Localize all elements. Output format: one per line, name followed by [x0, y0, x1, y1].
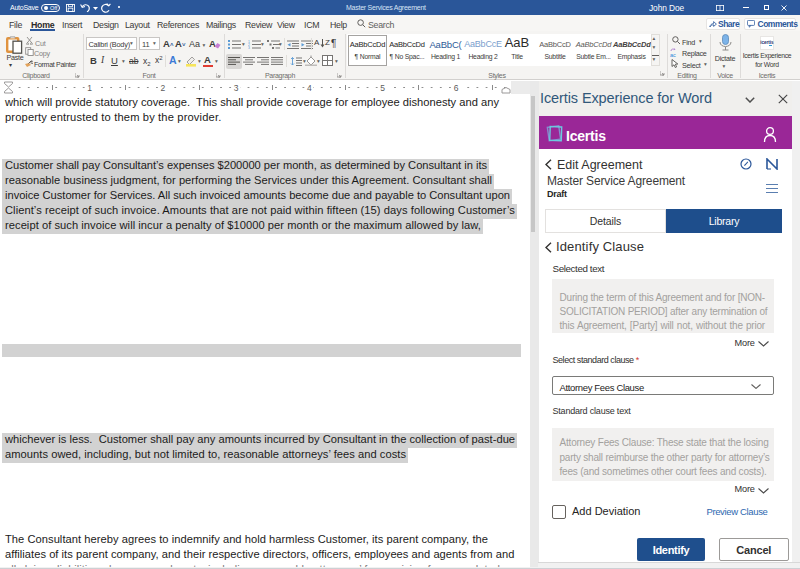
- svg-text:3: 3: [248, 46, 250, 49]
- svg-text:ac: ac: [670, 52, 676, 58]
